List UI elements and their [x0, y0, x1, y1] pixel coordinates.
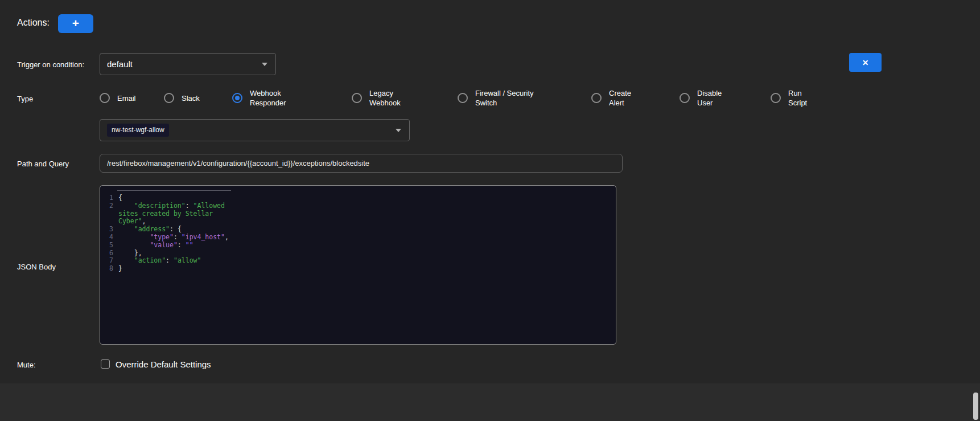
- close-icon: ✕: [862, 58, 869, 67]
- type-option-run-script[interactable]: RunScript: [771, 88, 839, 108]
- code-text: sites created by Stellar: [118, 210, 213, 218]
- action-config-panel: Actions: + Trigger on condition: default…: [0, 0, 980, 421]
- line-number: 1: [103, 194, 118, 202]
- radio-icon[interactable]: [352, 93, 362, 103]
- type-option-email[interactable]: Email: [100, 93, 164, 103]
- type-option-label: Slack: [182, 93, 200, 103]
- code-line: 6 },: [103, 250, 609, 257]
- code-text: "description": "Allowed: [118, 202, 225, 210]
- add-action-button[interactable]: +: [58, 14, 93, 33]
- code-line: 3 "address": {: [103, 226, 609, 234]
- type-radio-group: EmailSlackWebhookResponderLegacyWebhookF…: [100, 84, 839, 112]
- code-text: "type": "ipv4_host",: [118, 234, 229, 242]
- path-and-query-input[interactable]: [100, 154, 623, 173]
- code-line: Cyber",: [103, 218, 609, 226]
- radio-selected-icon[interactable]: [232, 93, 242, 103]
- responder-chip: nw-test-wgf-allow: [107, 124, 169, 136]
- code-text: "action": "allow": [118, 257, 201, 265]
- type-option-label: RunScript: [788, 88, 807, 108]
- page-footer-area: [0, 383, 980, 421]
- chevron-down-icon: [396, 129, 401, 132]
- line-number: 6: [103, 250, 118, 257]
- line-number: [103, 210, 118, 218]
- mute-label: Mute:: [17, 361, 36, 369]
- trigger-condition-label: Trigger on condition:: [17, 60, 84, 69]
- radio-icon[interactable]: [100, 93, 110, 103]
- code-line: 2 "description": "Allowed: [103, 202, 609, 210]
- actions-label: Actions:: [17, 18, 50, 28]
- code-text: Cyber",: [118, 218, 146, 226]
- responder-select[interactable]: nw-test-wgf-allow: [100, 119, 410, 141]
- code-text: "address": {: [118, 226, 182, 234]
- code-text: {: [118, 194, 122, 202]
- trigger-condition-value: default: [107, 59, 133, 69]
- line-number: 7: [103, 257, 118, 265]
- code-line: sites created by Stellar: [103, 210, 609, 218]
- type-option-slack[interactable]: Slack: [164, 93, 232, 103]
- type-option-firewall-security-switch[interactable]: Firewall / SecuritySwitch: [458, 88, 591, 108]
- line-number: [103, 218, 118, 226]
- code-line: 7 "action": "allow": [103, 257, 609, 265]
- line-number: 4: [103, 234, 118, 242]
- radio-icon[interactable]: [680, 93, 690, 103]
- remove-action-button[interactable]: ✕: [849, 53, 882, 72]
- trigger-condition-select[interactable]: default: [100, 53, 276, 75]
- code-line: 1{: [103, 194, 609, 202]
- type-option-label: DisableUser: [697, 88, 722, 108]
- radio-icon[interactable]: [164, 93, 174, 103]
- type-option-create-alert[interactable]: CreateAlert: [591, 88, 680, 108]
- code-text: }: [118, 265, 122, 273]
- type-label: Type: [17, 95, 33, 103]
- type-option-label: WebhookResponder: [250, 88, 286, 108]
- radio-icon[interactable]: [458, 93, 468, 103]
- line-number: 5: [103, 242, 118, 250]
- code-text: "value": "": [118, 242, 193, 250]
- override-default-settings-checkbox[interactable]: [101, 359, 110, 369]
- type-option-label: Email: [117, 93, 136, 103]
- radio-icon[interactable]: [591, 93, 602, 103]
- code-line: 8}: [103, 265, 609, 273]
- type-option-label: CreateAlert: [609, 88, 631, 108]
- json-body-label: JSON Body: [17, 263, 56, 271]
- code-line: 5 "value": "": [103, 242, 609, 250]
- json-body-editor[interactable]: 1{2 "description": "Allowedsites created…: [100, 185, 616, 345]
- line-number: 2: [103, 202, 118, 210]
- vertical-scrollbar-thumb[interactable]: [973, 393, 978, 420]
- chevron-down-icon: [262, 63, 267, 66]
- plus-icon: +: [72, 17, 79, 30]
- code-text: },: [118, 250, 142, 257]
- type-option-label: LegacyWebhook: [369, 88, 401, 108]
- type-option-label: Firewall / SecuritySwitch: [475, 88, 534, 108]
- override-default-settings-label: Override Default Settings: [116, 359, 211, 369]
- line-number: 8: [103, 265, 118, 273]
- code-lines: 1{2 "description": "Allowedsites created…: [103, 194, 609, 273]
- type-option-legacy-webhook[interactable]: LegacyWebhook: [352, 88, 458, 108]
- type-option-disable-user[interactable]: DisableUser: [680, 88, 771, 108]
- line-number: 3: [103, 226, 118, 234]
- type-option-webhook-responder[interactable]: WebhookResponder: [232, 88, 352, 108]
- path-and-query-label: Path and Query: [17, 160, 69, 168]
- radio-icon[interactable]: [771, 93, 781, 103]
- code-line: 4 "type": "ipv4_host",: [103, 234, 609, 242]
